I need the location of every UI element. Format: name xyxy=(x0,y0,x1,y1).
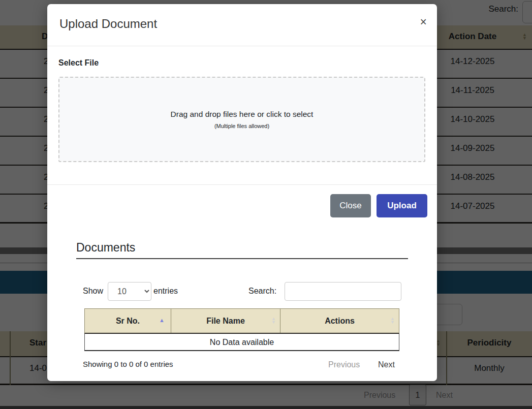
close-icon[interactable]: × xyxy=(420,16,427,28)
previous-link[interactable]: Previous xyxy=(328,360,360,369)
column-header-label: Actions xyxy=(325,317,355,326)
file-dropzone[interactable]: Drag and drop files here or click to sel… xyxy=(58,77,425,162)
documents-table: Sr No. ▲ File Name ▲▼ Actions ▲▼ No Data… xyxy=(84,308,399,351)
documents-table-header: Sr No. ▲ File Name ▲▼ Actions ▲▼ xyxy=(84,308,399,334)
sort-icons: ▲▼ xyxy=(390,317,395,324)
modal-title: Upload Document xyxy=(59,17,157,31)
select-file-label: Select File xyxy=(58,58,99,68)
empty-table-message: No Data available xyxy=(84,334,399,351)
sort-icons: ▲▼ xyxy=(271,317,276,324)
sort-asc-icon: ▲ xyxy=(159,317,165,323)
table-summary: Showing 0 to 0 of 0 entries xyxy=(83,360,173,368)
close-button[interactable]: Close xyxy=(330,194,371,217)
column-header-label: File Name xyxy=(206,317,245,326)
dropzone-subtext: (Multiple files allowed) xyxy=(214,123,269,129)
heading-underline xyxy=(76,258,408,259)
search-label: Search: xyxy=(248,287,276,296)
dropzone-text: Drag and drop files here or click to sel… xyxy=(171,110,314,119)
page-size-select[interactable]: 10 xyxy=(108,282,151,301)
column-header-label: Sr No. xyxy=(116,317,140,326)
documents-heading: Documents xyxy=(76,241,135,255)
entries-label: entries xyxy=(153,287,178,296)
divider xyxy=(47,46,437,46)
divider xyxy=(47,184,437,185)
upload-button[interactable]: Upload xyxy=(377,194,427,217)
search-input[interactable] xyxy=(285,282,401,301)
upload-document-modal: Upload Document × Select File Drag and d… xyxy=(47,4,437,381)
show-label: Show xyxy=(83,287,103,296)
column-header-file-name[interactable]: File Name ▲▼ xyxy=(171,309,280,333)
next-link[interactable]: Next xyxy=(378,360,395,369)
column-header-actions[interactable]: Actions ▲▼ xyxy=(280,309,399,333)
column-header-sr-no[interactable]: Sr No. ▲ xyxy=(85,309,171,333)
